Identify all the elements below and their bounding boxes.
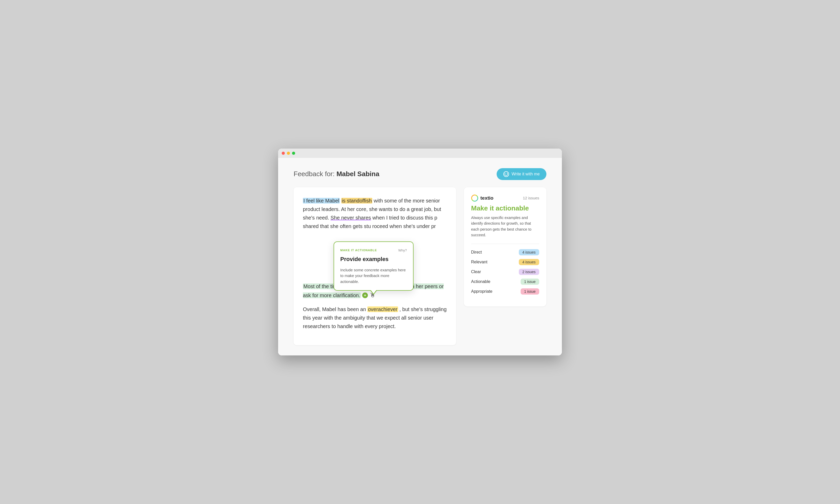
sidebar-top: textio 12 issues (471, 195, 539, 202)
issue-label-actionable: Actionable (471, 280, 490, 284)
highlight-blue-1: I feel like Mabel (303, 198, 340, 203)
text-shared: shared that she often gets stu (303, 223, 371, 229)
issues-count: 12 issues (523, 196, 539, 200)
write-btn-label: Write it with me (512, 172, 540, 176)
popover-body: Include some concrete examples here to m… (340, 267, 407, 285)
svg-point-0 (505, 173, 507, 175)
refresh-icon (504, 172, 508, 176)
text-overall-start: Overall, Mabel has been an (303, 306, 368, 312)
svg-point-1 (471, 195, 478, 201)
write-with-me-button[interactable]: Write it with me (497, 168, 547, 180)
titlebar (278, 148, 562, 158)
textio-logo-text: textio (480, 195, 494, 201)
main-content: Feedback for: Mabel Sabina Write it with… (278, 158, 562, 356)
popover-title: Provide examples (340, 255, 407, 264)
issue-row-relevant: Relevant 4 issues (471, 259, 539, 265)
feedback-prefix: Feedback for: (293, 170, 336, 178)
close-dot[interactable] (282, 152, 285, 155)
textio-logo-icon (471, 195, 478, 202)
underline-purple-1: She never shares (330, 215, 371, 220)
main-area: I feel like Mabel is standoffish with so… (293, 187, 547, 345)
textio-logo: textio (471, 195, 494, 202)
sidebar-section-title: Make it actionable (471, 204, 539, 212)
popover-category: MAKE IT ACTIONABLE (340, 248, 377, 253)
issue-label-clear: Clear (471, 270, 481, 274)
issue-row-appropriate: Appropriate 1 issue (471, 288, 539, 294)
header-row: Feedback for: Mabel Sabina Write it with… (293, 168, 547, 180)
maximize-dot[interactable] (292, 152, 295, 155)
issue-badge-appropriate: 1 issue (521, 288, 539, 294)
minimize-dot[interactable] (287, 152, 290, 155)
feedback-name: Mabel Sabina (336, 170, 379, 178)
popover-why-link[interactable]: Why? (398, 248, 407, 253)
green-plus-badge: + (362, 292, 368, 298)
sidebar-section-desc: Always use specific examples and identif… (471, 215, 539, 238)
issue-badge-direct: 4 issues (519, 249, 539, 255)
highlight-overachiever: overachiever (368, 306, 398, 312)
issue-row-direct: Direct 4 issues (471, 249, 539, 255)
issue-label-appropriate: Appropriate (471, 289, 493, 294)
issue-badge-actionable: 1 issue (521, 278, 539, 285)
text-6: roceed when she's under pr (372, 223, 436, 229)
text-when: when I tried to discuss this p (373, 215, 437, 220)
popover-header: MAKE IT ACTIONABLE Why? (340, 248, 407, 253)
sidebar: textio 12 issues Make it actionable Alwa… (464, 187, 547, 306)
text-3: need. (316, 215, 331, 220)
paragraph-1: I feel like Mabel is standoffish with so… (303, 197, 447, 231)
popover: MAKE IT ACTIONABLE Why? Provide examples… (334, 241, 414, 291)
highlight-orange-1: is standoffish (341, 198, 372, 203)
editor-panel[interactable]: I feel like Mabel is standoffish with so… (293, 187, 456, 345)
issue-row-actionable: Actionable 1 issue (471, 278, 539, 285)
write-btn-icon (503, 171, 509, 177)
issue-rows: Direct 4 issues Relevant 4 issues Clear … (471, 249, 539, 294)
editor-text: I feel like Mabel is standoffish with so… (303, 197, 447, 331)
issue-label-direct: Direct (471, 250, 482, 255)
issue-row-clear: Clear 2 issues (471, 269, 539, 275)
issue-badge-relevant: 4 issues (519, 259, 539, 265)
issue-label-relevant: Relevant (471, 260, 487, 264)
paragraph-3: Overall, Mabel has been an overachiever … (303, 305, 447, 331)
issue-badge-clear: 2 issues (519, 269, 539, 275)
app-window: Feedback for: Mabel Sabina Write it with… (278, 148, 562, 356)
feedback-title: Feedback for: Mabel Sabina (293, 170, 379, 178)
